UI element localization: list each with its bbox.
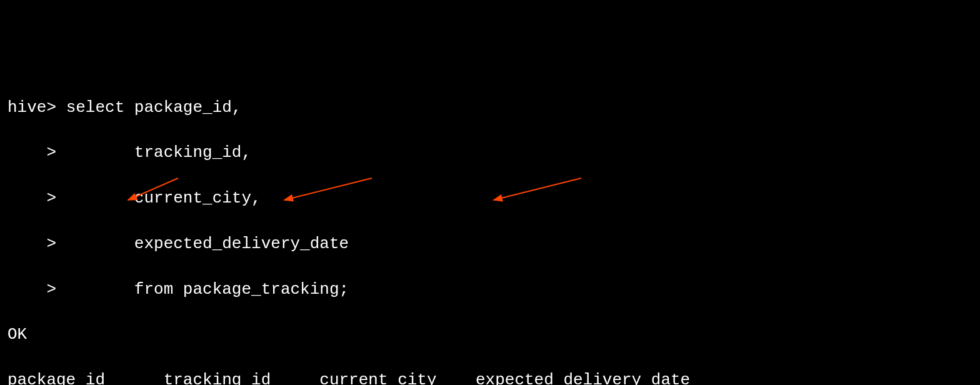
result-header-row: package_id tracking_id current_city expe… (8, 369, 972, 385)
header-current-city: current_city (319, 371, 436, 385)
header-package-id: package_id (8, 371, 105, 385)
query-line-4: > expected_delivery_date (8, 232, 972, 255)
header-expected-delivery: expected_delivery_date (476, 371, 690, 385)
ok-status: OK (8, 323, 972, 346)
continuation-prompt: > (8, 234, 56, 253)
query-line-5: > from package_tracking; (8, 278, 972, 301)
query-text: select package_id, (66, 98, 242, 117)
continuation-prompt: > (8, 189, 56, 208)
header-tracking-id: tracking_id (164, 371, 271, 385)
query-line-3: > current_city, (8, 187, 972, 209)
prompt: hive> (8, 98, 56, 117)
query-line-2: > tracking_id, (8, 141, 972, 164)
query-text: from package_tracking; (66, 280, 349, 299)
query-text: current_city, (66, 189, 261, 208)
query-line-1: hive> select package_id, (8, 96, 972, 119)
continuation-prompt: > (8, 280, 56, 299)
query-text: expected_delivery_date (66, 234, 349, 253)
query-text: tracking_id, (66, 143, 251, 162)
continuation-prompt: > (8, 143, 56, 162)
